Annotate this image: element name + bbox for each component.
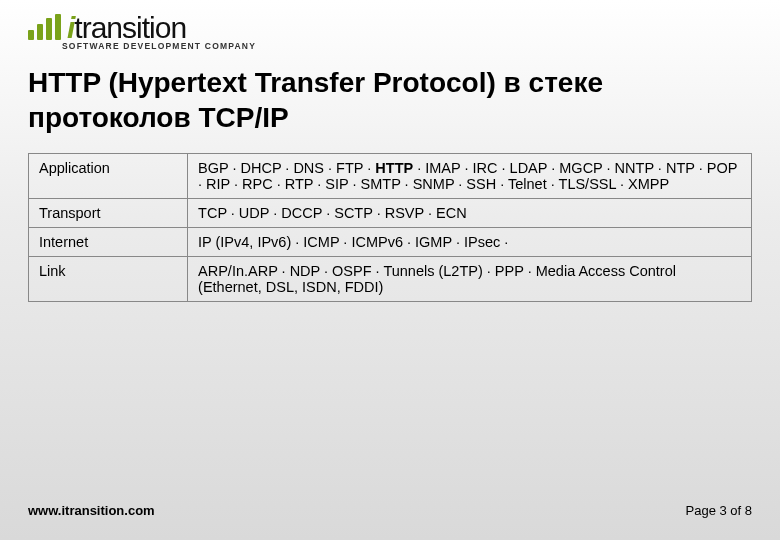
protocol-table: ApplicationBGP · DHCP · DNS · FTP · HTTP… [28,153,752,302]
layer-cell: Internet [29,228,188,257]
footer-page: Page 3 of 8 [686,503,753,518]
protocols-cell: IP (IPv4, IPv6) · ICMP · ICMPv6 · IGMP ·… [188,228,752,257]
layer-cell: Application [29,154,188,199]
protocols-cell: ARP/In.ARP · NDP · OSPF · Tunnels (L2TP)… [188,257,752,302]
table-row: ApplicationBGP · DHCP · DNS · FTP · HTTP… [29,154,752,199]
table-row: TransportTCP · UDP · DCCP · SCTP · RSVP … [29,199,752,228]
footer: www.itransition.com Page 3 of 8 [28,503,752,518]
protocols-cell: TCP · UDP · DCCP · SCTP · RSVP · ECN [188,199,752,228]
layer-cell: Transport [29,199,188,228]
page-title: HTTP (Hypertext Transfer Protocol) в сте… [28,65,752,135]
layer-cell: Link [29,257,188,302]
protocol-table-body: ApplicationBGP · DHCP · DNS · FTP · HTTP… [29,154,752,302]
logo-bars-icon [28,14,61,40]
logo-text-rest: transition [74,11,186,44]
table-row: LinkARP/In.ARP · NDP · OSPF · Tunnels (L… [29,257,752,302]
logo-tagline: SOFTWARE DEVELOPMENT COMPANY [62,41,752,51]
logo-text: itransition [67,14,186,41]
logo: itransition [28,14,752,41]
table-row: InternetIP (IPv4, IPv6) · ICMP · ICMPv6 … [29,228,752,257]
slide: itransition SOFTWARE DEVELOPMENT COMPANY… [0,0,780,540]
protocols-cell: BGP · DHCP · DNS · FTP · HTTP · IMAP · I… [188,154,752,199]
footer-url: www.itransition.com [28,503,155,518]
